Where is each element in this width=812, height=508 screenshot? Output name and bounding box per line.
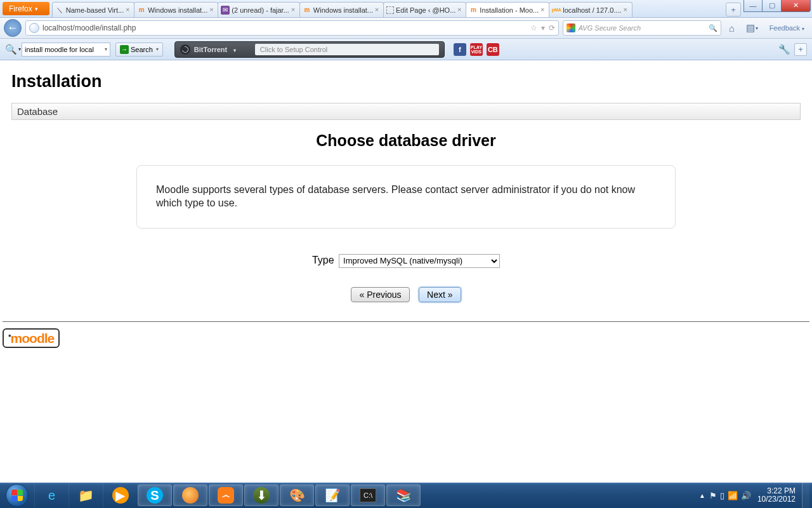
- tab-item[interactable]: mWindows installat...×: [134, 2, 218, 17]
- show-desktop-button[interactable]: [802, 483, 809, 508]
- paint-icon: 🎨: [287, 486, 306, 505]
- cmd-icon: C:\: [360, 488, 376, 502]
- cb-icon[interactable]: CB: [487, 43, 499, 56]
- close-icon[interactable]: ×: [455, 6, 463, 14]
- add-toolbar-button[interactable]: +: [794, 43, 807, 56]
- flag-icon[interactable]: ⚑: [709, 491, 717, 500]
- new-tab-button[interactable]: +: [726, 3, 741, 17]
- taskbar-paint[interactable]: 🎨: [280, 485, 314, 506]
- home-button[interactable]: ⌂: [725, 21, 739, 35]
- tab-item[interactable]: pMAlocalhost / 127.0....×: [549, 2, 632, 17]
- browser-titlebar: Firefox ＼Name-based Virt...× mWindows in…: [0, 0, 812, 18]
- taskbar-explorer[interactable]: 📁: [69, 483, 103, 508]
- close-icon[interactable]: ×: [622, 6, 629, 14]
- taskbar-firefox[interactable]: [173, 485, 207, 506]
- wrench-icon[interactable]: 🔧: [778, 43, 790, 56]
- close-icon[interactable]: ×: [289, 6, 297, 14]
- address-bar[interactable]: localhost/moodle/install.php ☆ ▾ ⟳: [25, 20, 559, 36]
- taskbar-mediaplayer[interactable]: ▶: [103, 483, 137, 508]
- ie-icon: e: [43, 486, 62, 505]
- system-tray: ▲ ⚑ ▯ 📶 🔊 3:22 PM 10/23/2012: [699, 483, 812, 508]
- next-button[interactable]: Next »: [419, 287, 461, 302]
- tab-item[interactable]: ✉(2 unread) - fajar...×: [218, 2, 300, 17]
- network-icon[interactable]: 📶: [728, 491, 738, 500]
- dropdown-icon[interactable]: ▾: [541, 23, 545, 32]
- battery-icon[interactable]: ▯: [720, 491, 724, 500]
- date-text: 10/23/2012: [757, 495, 796, 504]
- reload-icon[interactable]: ⟳: [549, 23, 555, 32]
- tab-item[interactable]: mWindows installat...×: [299, 2, 384, 17]
- feather-icon: ＼: [55, 6, 64, 15]
- playvids-icon[interactable]: PLAY VIDS: [470, 43, 483, 56]
- close-icon[interactable]: ×: [373, 6, 381, 14]
- type-select[interactable]: Improved MySQL (native/mysqli): [339, 254, 500, 268]
- window-controls: — ▢ ✕: [743, 0, 811, 17]
- toolbar-search-icon[interactable]: 🔍: [5, 44, 16, 55]
- skype-icon: S: [147, 487, 163, 504]
- tab-item-active[interactable]: mInstallation - Moo...×: [466, 2, 549, 17]
- page-icon: [386, 6, 394, 14]
- search-bar[interactable]: AVG Secure Search 🔍: [563, 20, 721, 36]
- close-icon[interactable]: ×: [207, 6, 215, 14]
- type-row: Type Improved MySQL (native/mysqli): [11, 254, 801, 268]
- info-box: Moodle supports several types of databas…: [136, 165, 676, 229]
- firefox-menu-button[interactable]: Firefox: [3, 2, 49, 15]
- moodle-icon: m: [469, 6, 478, 15]
- type-label: Type: [312, 255, 334, 265]
- search-icon[interactable]: 🔍: [709, 24, 717, 32]
- back-button[interactable]: ←: [4, 19, 22, 37]
- taskbar-ie[interactable]: e: [34, 483, 69, 508]
- clock[interactable]: 3:22 PM 10/23/2012: [755, 487, 798, 504]
- search-placeholder: AVG Secure Search: [579, 24, 709, 32]
- feedback-link[interactable]: Feedback ▾: [769, 24, 804, 32]
- section-header: Database: [11, 103, 801, 120]
- firefox-icon: [182, 487, 199, 504]
- idm-icon: ⬇: [253, 487, 270, 504]
- taskbar-idm[interactable]: ⬇: [244, 485, 278, 506]
- close-icon[interactable]: ×: [539, 6, 546, 14]
- facebook-icon[interactable]: f: [454, 43, 466, 56]
- globe-icon: [29, 23, 39, 33]
- tab-strip: ＼Name-based Virt...× mWindows installat.…: [52, 0, 724, 17]
- addon-toolbar: 🔍 install moodle for local →Search BitTo…: [0, 39, 812, 60]
- toolbar-search-button[interactable]: →Search: [115, 43, 163, 57]
- bittorrent-panel[interactable]: BitTorrent Click to Setup Control: [174, 41, 445, 58]
- tab-item[interactable]: ＼Name-based Virt...×: [52, 2, 135, 17]
- taskbar-xampp[interactable]: ෴: [209, 485, 243, 506]
- avg-icon: [566, 23, 575, 32]
- page-content: Installation Database Choose database dr…: [0, 60, 812, 483]
- taskbar-cmd[interactable]: C:\: [351, 485, 385, 506]
- bittorrent-icon: [180, 44, 190, 55]
- bittorrent-setup-input[interactable]: Click to Setup Control: [255, 44, 439, 55]
- previous-button[interactable]: « Previous: [351, 287, 409, 302]
- url-text: localhost/moodle/install.php: [43, 23, 527, 32]
- browser-navbar: ← localhost/moodle/install.php ☆ ▾ ⟳ AVG…: [0, 18, 812, 39]
- bittorrent-label: BitTorrent: [194, 46, 251, 53]
- bookmarks-button[interactable]: ▤▾: [743, 21, 762, 35]
- minimize-button[interactable]: —: [743, 0, 763, 12]
- media-icon: ▶: [112, 487, 129, 504]
- moodle-icon: m: [303, 6, 311, 15]
- close-button[interactable]: ✕: [782, 0, 811, 12]
- moodle-icon: m: [137, 6, 146, 15]
- maximize-button[interactable]: ▢: [763, 0, 782, 12]
- page-heading: Choose database driver: [11, 131, 801, 150]
- tray-overflow-button[interactable]: ▲: [699, 492, 705, 499]
- nav-buttons: « Previous Next »: [11, 287, 801, 302]
- winrar-icon: 📚: [394, 486, 413, 505]
- page-title: Installation: [11, 72, 801, 91]
- moodle-logo[interactable]: ▪moodle: [3, 328, 60, 348]
- taskbar-winrar[interactable]: 📚: [386, 485, 421, 506]
- close-icon[interactable]: ×: [124, 6, 131, 14]
- toolbar-search-input[interactable]: install moodle for local: [22, 43, 110, 57]
- notepad-icon: 📝: [323, 486, 342, 505]
- taskbar-skype[interactable]: S: [138, 485, 172, 506]
- windows-taskbar: e 📁 ▶ S ෴ ⬇ 🎨 📝 C:\ 📚 ▲ ⚑ ▯ 📶 🔊 3:22 PM …: [0, 483, 812, 508]
- tab-item[interactable]: Edit Page ‹ @HO...×: [383, 2, 466, 17]
- volume-icon[interactable]: 🔊: [741, 491, 751, 500]
- page-divider: [3, 321, 809, 322]
- star-icon[interactable]: ☆: [530, 23, 537, 32]
- go-arrow-icon: →: [120, 45, 129, 54]
- start-button[interactable]: [0, 483, 34, 508]
- taskbar-notepad[interactable]: 📝: [315, 485, 350, 506]
